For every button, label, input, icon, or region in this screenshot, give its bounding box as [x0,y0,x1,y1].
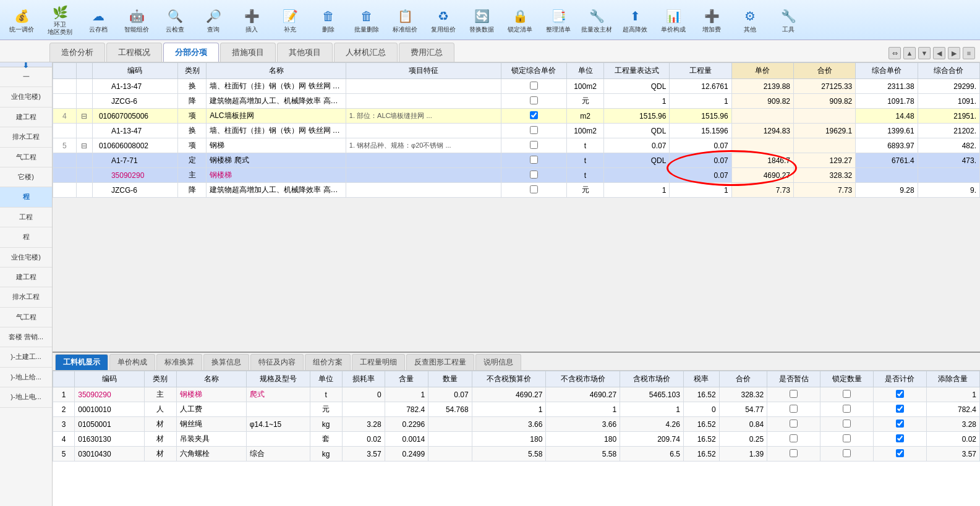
toolbar-btn-insert[interactable]: ➕ 插入 [233,2,270,37]
toolbar-btn-lock[interactable]: 🔒 锁定清单 [501,2,539,37]
tab-cost-analysis[interactable]: 造价分析 [49,43,105,62]
sidebar-item-16[interactable]: )-地上电... [0,387,52,407]
bottom-tab-trace-qty[interactable]: 反查图形工程量 [406,354,474,370]
table-row[interactable]: 5⊟010606008002项钢梯1. 钢材品种、规格：φ20不锈钢 ...t0… [53,138,980,153]
tab-measures[interactable]: 措施项目 [220,43,276,62]
table-row[interactable]: JZCG-6降建筑物超高增加人工、机械降效率 高度 80m以内元117.737.… [53,183,980,198]
table-row[interactable]: 35090290主钢楼梯t0.074690.27328.32 [53,168,980,183]
toolbar-btn-material[interactable]: 🔧 批量改主材 [578,2,615,37]
bottom-tab-materials[interactable]: 工料机显示 [55,354,108,370]
row-expand[interactable]: ⊟ [76,138,92,153]
table-row[interactable]: A1-13-47换墙、柱面钉（挂）钢（铁）网 铁丝网 换为【镀锌钢丝网φ0.8×… [53,124,980,138]
row-locked[interactable] [501,138,567,153]
bottom-tab-price-comp[interactable]: 单价构成 [109,354,155,370]
row-locked[interactable] [501,168,567,183]
brow-locked[interactable] [820,417,874,432]
sidebar-item-0[interactable]: 一 [0,67,52,87]
tab-cost-summary[interactable]: 费用汇总 [399,43,454,62]
toolbar-btn-delete[interactable]: 🗑 删除 [310,2,347,37]
bottom-tab-std-conv[interactable]: 标准换算 [156,354,202,370]
row-expand[interactable] [76,94,92,109]
sidebar-item-13[interactable]: 套楼 营销... [0,327,52,347]
row-locked[interactable] [501,124,567,138]
brow-locked[interactable] [820,432,874,447]
brow-calc[interactable] [874,387,927,402]
brow-est[interactable] [767,402,820,417]
bottom-tab-group-plan[interactable]: 组价方案 [305,354,351,370]
brow-locked[interactable] [820,402,874,417]
top-table-area[interactable]: 编码 类别 名称 项目特征 锁定综合单价 单位 工程量表达式 工程量 单价 合价… [53,62,980,352]
brow-est[interactable] [767,417,820,432]
toolbar-btn-query[interactable]: 🔎 查询 [195,2,232,37]
table-row[interactable]: JZCG-6降建筑物超高增加人工、机械降效率 高度 80m以内元11909.82… [53,94,980,109]
sidebar-item-4[interactable]: 气工程 [0,148,52,167]
tab-sections[interactable]: 分部分项 [163,43,219,62]
toolbar-btn-tools[interactable]: 🔧 工具 [770,2,807,37]
row-expand[interactable]: ⊟ [76,109,92,124]
toolbar-btn-smart[interactable]: 🤖 智能组价 [118,2,155,37]
table-row[interactable]: 4⊟010607005006项ALC墙板挂网1. 部位：ALC墙板缝挂网 ...… [53,109,980,124]
row-locked[interactable] [501,109,567,124]
brow-calc[interactable] [874,432,927,447]
tab-right-btn[interactable]: ▶ [948,47,960,59]
list-item[interactable]: 135090290主钢楼梯爬式t010.074690.274690.275465… [53,387,980,402]
tab-up-btn[interactable]: ▲ [903,47,916,59]
toolbar-btn-extra[interactable]: ➕ 增加费 [693,2,730,37]
sidebar-item-15[interactable]: )-地上给... [0,368,52,387]
sidebar-item-12[interactable]: 气工程 [0,308,52,327]
brow-calc[interactable] [874,447,927,462]
brow-calc[interactable] [874,417,927,432]
sidebar-item-5[interactable]: 它楼) [0,167,52,187]
brow-locked[interactable] [820,387,874,402]
toolbar-btn-env[interactable]: 🌿 环卫地区类别 [41,2,79,37]
sidebar-item-2[interactable]: 建工程 [0,108,52,127]
tab-left-btn[interactable]: ◀ [933,47,945,59]
row-expand[interactable] [76,79,92,94]
tab-down-btn[interactable]: ▼ [918,47,931,59]
row-locked[interactable] [501,153,567,168]
sidebar-item-9[interactable]: 业住宅楼) [0,248,52,268]
toolbar-btn-supplement[interactable]: 📝 补充 [271,2,309,37]
toolbar-btn-price-comp[interactable]: 📊 单价构成 [655,2,692,37]
toolbar-btn-standard[interactable]: 📋 标准组价 [386,2,424,37]
sidebar-item-3[interactable]: 排水工程 [0,127,52,147]
list-item[interactable]: 503010430材六角螺栓综合kg3.570.24995.585.586.51… [53,447,980,462]
row-locked[interactable] [501,94,567,109]
sidebar-item-11[interactable]: 排水工程 [0,287,52,307]
tab-project-overview[interactable]: 工程概况 [106,43,162,62]
tab-materials[interactable]: 人材机汇总 [334,43,398,62]
toolbar-btn-cloud[interactable]: ☁ 云存档 [80,2,117,37]
toolbar-btn-batch-delete[interactable]: 🗑 批量删除 [348,2,385,37]
row-expand[interactable] [76,183,92,198]
row-expand[interactable] [76,124,92,138]
brow-est[interactable] [767,432,820,447]
table-row[interactable]: A1-7-71定钢楼梯 爬式tQDL0.071846.7129.276761.4… [53,153,980,168]
brow-calc[interactable] [874,402,927,417]
brow-est[interactable] [767,447,820,462]
tab-split-btn[interactable]: ⇔ [888,47,901,59]
sidebar-item-6[interactable]: 程 [0,187,52,207]
list-item[interactable]: 401630130材吊装夹具套0.020.0014180180209.7416.… [53,432,980,447]
toolbar-btn-height[interactable]: ⬆ 超高降效 [616,2,654,37]
row-expand[interactable] [76,168,92,183]
list-item[interactable]: 301050001材钢丝绳φ14.1~15kg3.280.22963.663.6… [53,417,980,432]
toolbar-btn-replace[interactable]: 🔄 替换数据 [463,2,500,37]
tab-menu-btn[interactable]: ≡ [963,47,975,59]
brow-est[interactable] [767,387,820,402]
toolbar-btn-check[interactable]: 🔍 云检查 [156,2,194,37]
toolbar-btn-organize[interactable]: 📑 整理清单 [540,2,577,37]
toolbar-btn-adjust[interactable]: 💰 统一调价 [3,2,40,37]
sidebar-item-8[interactable]: 程 [0,227,52,247]
row-locked[interactable] [501,79,567,94]
toolbar-btn-reuse[interactable]: ♻ 复用组价 [425,2,462,37]
row-locked[interactable] [501,183,567,198]
bottom-table-area[interactable]: 编码 类别 名称 规格及型号 单位 损耗率 含量 数量 不含税预算价 不含税市场… [53,371,980,506]
row-expand[interactable] [76,153,92,168]
toolbar-btn-other[interactable]: ⚙ 其他 [731,2,769,37]
brow-locked[interactable] [820,447,874,462]
sidebar-item-1[interactable]: 业住宅楼) [0,87,52,107]
tab-other-items[interactable]: 其他项目 [277,43,333,62]
bottom-tab-conv-info[interactable]: 换算信息 [203,354,249,370]
sidebar-item-7[interactable]: 工程 [0,208,52,227]
bottom-tab-features[interactable]: 特征及内容 [250,354,304,370]
